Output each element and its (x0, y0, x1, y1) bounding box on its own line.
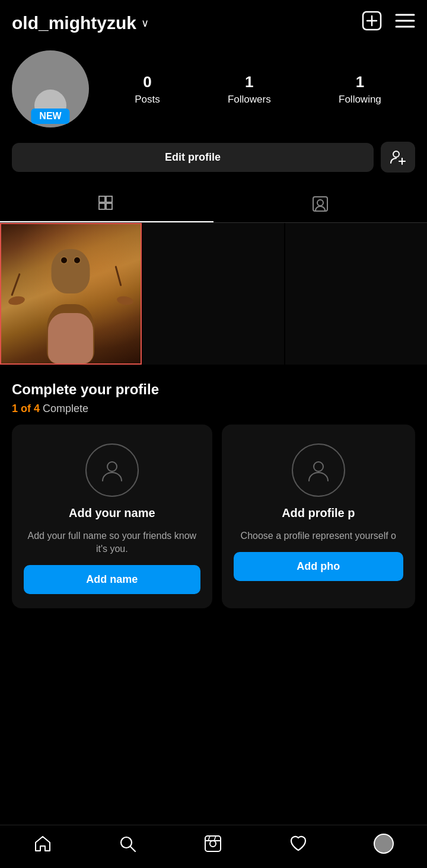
header-right (362, 11, 415, 35)
grid-item-1[interactable] (143, 223, 285, 365)
stat-followers[interactable]: 1 Followers (228, 73, 271, 106)
avatar-container: NEW (12, 50, 89, 127)
header: old_mightyzuk ∨ (0, 0, 427, 41)
tab-tagged[interactable] (214, 186, 427, 222)
svg-point-6 (393, 151, 399, 157)
grid-item-0[interactable] (0, 223, 142, 365)
add-person-button[interactable] (381, 142, 415, 173)
add-name-icon-circle (85, 443, 139, 497)
chevron-down-icon[interactable]: ∨ (141, 17, 149, 30)
add-name-button[interactable]: Add name (24, 565, 200, 594)
nav-likes[interactable] (289, 834, 308, 853)
edit-profile-button[interactable]: Edit profile (12, 143, 374, 172)
add-photo-title: Add profile p (282, 506, 355, 520)
tab-grid[interactable] (0, 186, 214, 222)
svg-point-21 (210, 841, 216, 847)
new-post-button[interactable] (362, 11, 382, 35)
complete-profile-section: Complete your profile 1 of 4 Complete (0, 365, 427, 425)
svg-rect-10 (106, 196, 112, 202)
posts-label: Posts (135, 94, 160, 106)
progress-rest: Complete (40, 403, 88, 414)
progress-highlight: 1 of 4 (12, 403, 40, 414)
svg-line-19 (130, 847, 135, 851)
nav-avatar (374, 834, 394, 854)
followers-label: Followers (228, 94, 271, 106)
add-name-title: Add your name (69, 506, 155, 520)
tabs-row (0, 186, 427, 223)
stat-following[interactable]: 1 Following (339, 73, 381, 106)
menu-button[interactable] (395, 12, 415, 33)
add-name-desc: Add your full name so your friends know … (24, 529, 200, 556)
svg-point-15 (317, 200, 323, 206)
nav-search[interactable] (118, 834, 137, 853)
nav-reels[interactable] (203, 834, 222, 853)
following-label: Following (339, 94, 381, 106)
header-left: old_mightyzuk ∨ (12, 13, 149, 33)
add-photo-desc: Choose a profile represent yourself o (241, 529, 396, 542)
profile-section: NEW 0 Posts 1 Followers 1 Following (0, 41, 427, 133)
add-photo-card: Add profile p Choose a profile represent… (222, 425, 415, 609)
new-badge: NEW (31, 108, 69, 124)
svg-rect-9 (99, 196, 105, 202)
stat-posts[interactable]: 0 Posts (135, 73, 160, 106)
cards-row: Add your name Add your full name so your… (0, 425, 427, 609)
svg-point-16 (107, 462, 117, 471)
grid-container (0, 223, 427, 365)
svg-rect-13 (113, 196, 114, 202)
complete-profile-title: Complete your profile (12, 381, 415, 398)
add-photo-icon-circle (292, 443, 345, 497)
nav-home[interactable] (33, 834, 52, 853)
svg-point-17 (314, 462, 323, 471)
svg-line-23 (208, 836, 210, 841)
stats-row: 0 Posts 1 Followers 1 Following (101, 73, 415, 106)
add-name-card: Add your name Add your full name so your… (12, 425, 212, 609)
svg-line-24 (214, 836, 216, 841)
svg-rect-20 (205, 836, 221, 851)
grid-item-2[interactable] (285, 223, 427, 365)
svg-rect-11 (99, 203, 105, 209)
bottom-nav (0, 825, 427, 868)
username-label[interactable]: old_mightyzuk (12, 13, 136, 33)
posts-count: 0 (143, 73, 151, 91)
nav-profile[interactable] (374, 834, 394, 854)
add-photo-button[interactable]: Add pho (234, 552, 403, 581)
buttons-row: Edit profile (0, 133, 427, 181)
followers-count: 1 (245, 73, 253, 91)
complete-profile-progress: 1 of 4 Complete (12, 403, 415, 415)
following-count: 1 (356, 73, 364, 91)
svg-rect-12 (106, 203, 112, 209)
